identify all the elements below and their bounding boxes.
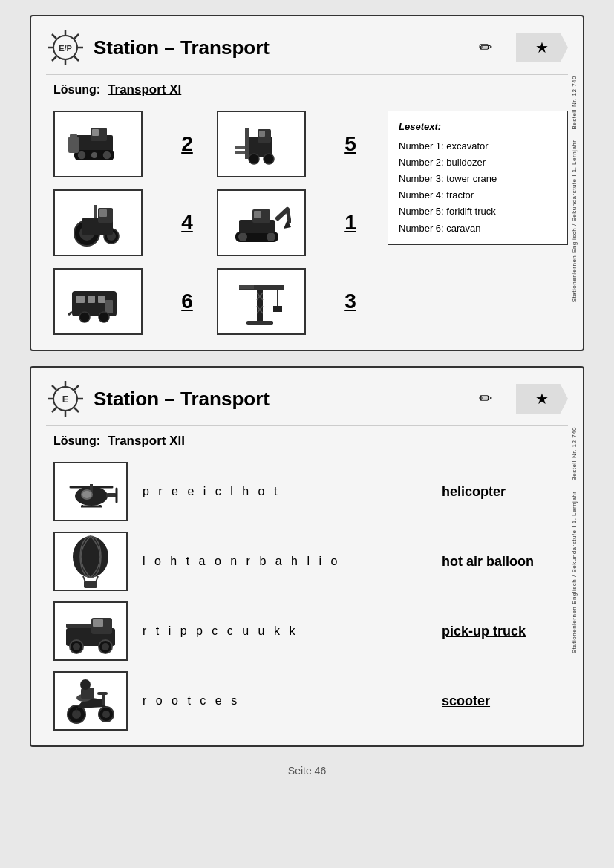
svg-rect-101 [81,688,94,699]
losung-value-2: Transport XII [108,434,185,448]
svg-rect-26 [245,128,249,159]
card2-word-rows: p r e e i c l h o t helicopter [46,462,568,731]
svg-rect-34 [94,205,97,218]
scrambled-balloon: l o h t a o n r b a h l i o [143,555,427,568]
svg-text:E: E [62,394,69,405]
scrambled-helicopter: p r e e i c l h o t [143,485,427,498]
vehicle-excavator [217,189,306,256]
lesetext-line-2: Number 2: bulldozer [399,154,557,171]
svg-line-6 [74,34,79,39]
lesetext-title: Lesetext: [399,119,557,135]
card1-title: Station – Transport [94,36,470,59]
answer-balloon: hot air balloon [442,554,561,570]
svg-rect-88 [93,619,103,627]
svg-rect-89 [66,624,93,628]
scrambled-scooter: r o o t c e s [143,694,427,708]
svg-rect-85 [84,581,97,588]
vehicle-helicopter [53,462,128,521]
losung-2: Lösung: Transport XII [53,434,568,448]
word-row-pickup: r t i p p c c u u k k pick-up truck [53,601,561,661]
losung-value-1: Transport XI [108,82,181,97]
e-badge: E [46,379,85,418]
svg-point-91 [73,643,80,650]
svg-rect-46 [98,296,105,303]
svg-rect-51 [257,285,263,322]
svg-point-49 [99,312,109,322]
svg-point-36 [238,232,247,241]
svg-line-42 [287,209,290,221]
vehicle-tractor [53,189,143,256]
svg-point-81 [73,536,108,578]
star-badge-2: ★ [516,384,568,414]
svg-rect-33 [99,209,107,217]
svg-point-14 [91,152,97,158]
answer-scooter: scooter [442,694,561,709]
num-2: 2 [157,132,217,156]
svg-point-48 [79,312,90,322]
word-row-balloon: l o h t a o n r b a h l i o hot air ball… [53,532,561,591]
svg-point-97 [102,711,110,718]
svg-point-20 [249,154,259,164]
losung-label-1: Lösung: [53,83,100,97]
svg-line-50 [68,312,72,315]
losung-1: Lösung: Transport XI [53,82,568,97]
lesetext-box: Lesetext: Number 1: excavator Number 2: … [388,111,568,245]
vehicle-tower-crane [217,268,306,335]
scrambled-pickup: r t i p p c c u u k k [143,624,427,638]
card1-header: E/P Station – Transport ✏ ★ [46,28,568,75]
word-row-helicopter: p r e e i c l h o t helicopter [53,462,561,521]
svg-line-65 [52,385,56,390]
lesetext-line-3: Number 3: tower crane [399,171,557,187]
svg-rect-23 [259,131,265,137]
answer-helicopter: helicopter [442,484,561,500]
sidebar-text-1: Stationenlernen Englisch / Sekundarstufe… [571,76,584,302]
svg-point-93 [102,643,109,650]
vehicle-forklift [217,111,306,177]
page-number: Seite 46 [288,765,326,777]
svg-line-7 [52,56,56,61]
pencil-icon-2: ✏ [479,389,492,408]
svg-rect-18 [70,134,77,138]
num-3: 3 [321,290,380,313]
svg-rect-47 [105,300,113,313]
svg-rect-53 [239,285,254,289]
word-row-scooter: r o o t c e s scooter [53,671,561,731]
card-transport-xi: E/P Station – Transport ✏ ★ Lösung: Tran… [30,15,584,351]
svg-point-21 [264,154,274,164]
num-4: 4 [157,211,217,235]
svg-line-66 [74,408,79,412]
svg-point-80 [82,491,91,498]
num-6: 6 [157,290,217,313]
lesetext-line-1: Number 1: excavator [399,138,557,154]
svg-text:E/P: E/P [59,44,72,53]
svg-rect-17 [68,137,79,153]
svg-line-68 [52,408,56,412]
star-badge-1: ★ [516,33,568,62]
answer-pickup: pick-up truck [442,624,561,639]
num-1: 1 [321,211,380,235]
svg-rect-40 [254,211,261,218]
svg-line-5 [74,56,79,61]
svg-rect-44 [76,296,85,303]
vehicle-caravan [53,268,143,335]
svg-line-67 [74,385,79,390]
ep-badge: E/P [46,28,85,67]
card1-vehicle-grid: 2 5 Lesetext: Number 1: ex [46,111,568,335]
svg-rect-100 [97,692,108,695]
svg-rect-72 [106,493,117,497]
card-transport-xii: E Station – Transport ✏ ★ Lösung: Transp… [30,366,584,747]
svg-rect-45 [88,296,95,303]
svg-rect-55 [273,306,282,312]
svg-rect-56 [246,321,273,325]
star-banner-1: ★ [516,33,568,62]
svg-rect-16 [92,129,99,136]
lesetext-line-5: Number 5: forklift truck [399,203,557,220]
vehicle-scooter [53,671,128,731]
card2-header: E Station – Transport ✏ ★ [46,379,568,426]
svg-line-4 [52,34,56,39]
vehicle-balloon [53,532,128,591]
losung-label-2: Lösung: [53,434,100,448]
star-icon-2: ★ [535,390,549,408]
svg-point-37 [267,232,275,241]
vehicle-pickup [53,601,128,661]
